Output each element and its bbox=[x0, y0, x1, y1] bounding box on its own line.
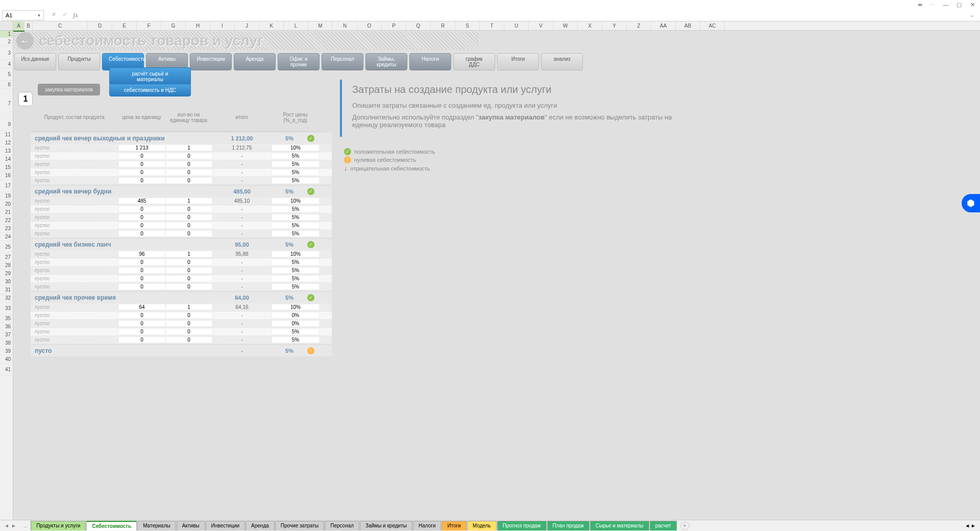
row-header-33[interactable]: 33 bbox=[0, 302, 13, 315]
row-growth[interactable]: 10% bbox=[272, 251, 320, 257]
subnav-raw-materials[interactable]: расчёт сырьё и материалы bbox=[109, 67, 191, 86]
row-qty[interactable]: 0 bbox=[165, 206, 212, 212]
row-header-16[interactable]: 16 bbox=[0, 172, 13, 180]
column-header-H[interactable]: H bbox=[186, 21, 210, 30]
sheet-tab-8[interactable]: Займы и кредиты bbox=[360, 521, 412, 530]
row-growth[interactable]: 0% bbox=[272, 320, 320, 327]
row-qty[interactable]: 1 bbox=[165, 198, 212, 204]
sheet-nav-prev-icon[interactable]: ◄ bbox=[4, 523, 9, 528]
column-header-E[interactable]: E bbox=[112, 21, 137, 30]
accept-formula-icon[interactable]: ✓ bbox=[60, 11, 68, 19]
row-header-21[interactable]: 21 bbox=[0, 208, 13, 216]
row-header-6[interactable]: 6 bbox=[0, 81, 13, 89]
row-price[interactable]: 0 bbox=[118, 177, 165, 184]
sheet-tab-6[interactable]: Прочие затраты bbox=[275, 521, 324, 530]
row-header-31[interactable]: 31 bbox=[0, 286, 13, 294]
row-name[interactable]: пусто bbox=[31, 321, 118, 326]
row-price[interactable]: 0 bbox=[118, 222, 165, 229]
row-price[interactable]: 0 bbox=[118, 161, 165, 167]
horizontal-scroll[interactable]: ◄ ► bbox=[965, 523, 980, 528]
row-header-1[interactable]: 1 bbox=[0, 31, 13, 38]
row-price[interactable]: 0 bbox=[118, 169, 165, 176]
row-price[interactable]: 0 bbox=[118, 328, 165, 335]
row-name[interactable]: пусто bbox=[31, 259, 118, 265]
row-name[interactable]: пусто bbox=[31, 268, 118, 273]
row-name[interactable]: пусто bbox=[31, 178, 118, 183]
row-header-22[interactable]: 22 bbox=[0, 216, 13, 225]
row-qty[interactable]: 0 bbox=[165, 275, 212, 282]
row-name[interactable]: пусто bbox=[31, 170, 118, 175]
row-header-37[interactable]: 37 bbox=[0, 331, 13, 339]
dropbox-badge[interactable]: ⬢ bbox=[962, 194, 980, 212]
row-price[interactable]: 96 bbox=[118, 251, 165, 257]
subnav-cost-vat[interactable]: себестоимость и НДС bbox=[109, 84, 191, 96]
column-header-L[interactable]: L bbox=[284, 21, 308, 30]
row-header-38[interactable]: 38 bbox=[0, 339, 13, 347]
row-qty[interactable]: 0 bbox=[165, 267, 212, 274]
nav-tab-11[interactable]: Итоги bbox=[497, 53, 539, 70]
sheet-tab-7[interactable]: Персонал bbox=[325, 521, 359, 530]
row-header-24[interactable]: 24 bbox=[0, 233, 13, 241]
row-price[interactable]: 0 bbox=[118, 206, 165, 212]
row-header-27[interactable]: 27 bbox=[0, 253, 13, 261]
column-header-X[interactable]: X bbox=[578, 21, 602, 30]
row-growth[interactable]: 10% bbox=[272, 144, 320, 151]
row-qty[interactable]: 0 bbox=[165, 328, 212, 335]
column-header-O[interactable]: O bbox=[357, 21, 382, 30]
row-qty[interactable]: 0 bbox=[165, 312, 212, 319]
row-header-17[interactable]: 17 bbox=[0, 180, 13, 192]
row-qty[interactable]: 1 bbox=[165, 304, 212, 310]
row-price[interactable]: 64 bbox=[118, 304, 165, 310]
row-name[interactable]: пусто bbox=[31, 312, 118, 318]
column-header-P[interactable]: P bbox=[382, 21, 406, 30]
row-growth[interactable]: 5% bbox=[272, 259, 320, 266]
column-header-N[interactable]: N bbox=[333, 21, 357, 30]
name-box[interactable]: A1 ▾ bbox=[2, 10, 44, 20]
column-header-R[interactable]: R bbox=[431, 21, 455, 30]
sheet-tab-12[interactable]: Прогноз продаж bbox=[497, 521, 547, 530]
fx-icon[interactable]: fx bbox=[71, 11, 80, 19]
row-price[interactable]: 485 bbox=[118, 198, 165, 204]
cancel-formula-icon[interactable]: ✕ bbox=[49, 11, 57, 19]
row-name[interactable]: пусто bbox=[31, 153, 118, 159]
row-growth[interactable]: 5% bbox=[272, 177, 320, 184]
column-header-F[interactable]: F bbox=[137, 21, 161, 30]
row-name[interactable]: пусто bbox=[31, 198, 118, 204]
row-qty[interactable]: 0 bbox=[165, 259, 212, 266]
sheet-canvas[interactable]: ← себестоимость товаров и услуг Исх.данн… bbox=[13, 31, 980, 520]
row-header-12[interactable]: 12 bbox=[0, 139, 13, 147]
column-header-T[interactable]: T bbox=[480, 21, 504, 30]
sheet-tab-0[interactable]: Продукты и услуги bbox=[31, 521, 86, 530]
column-header-AA[interactable]: AA bbox=[651, 21, 676, 30]
column-header-K[interactable]: K bbox=[259, 21, 284, 30]
row-qty[interactable]: 0 bbox=[165, 177, 212, 184]
nav-tab-10[interactable]: график ДДС bbox=[453, 53, 495, 70]
row-name[interactable]: пусто bbox=[31, 231, 118, 236]
row-growth[interactable]: 10% bbox=[272, 198, 320, 204]
nav-tab-4[interactable]: Инвестиции bbox=[190, 53, 232, 70]
sheet-tab-14[interactable]: Сырье и материалы bbox=[590, 521, 649, 530]
row-price[interactable]: 0 bbox=[118, 283, 165, 290]
select-all-corner[interactable] bbox=[0, 21, 13, 30]
row-growth[interactable]: 5% bbox=[272, 230, 320, 237]
sheet-nav-next-icon[interactable]: ► bbox=[11, 523, 16, 528]
sheet-tab-5[interactable]: Аренда bbox=[246, 521, 275, 530]
column-header-C[interactable]: C bbox=[33, 21, 88, 30]
row-name[interactable]: пусто bbox=[31, 329, 118, 334]
column-header-S[interactable]: S bbox=[455, 21, 480, 30]
row-header-5[interactable]: 5 bbox=[0, 68, 13, 81]
sheet-tab-9[interactable]: Налоги bbox=[413, 521, 442, 530]
row-qty[interactable]: 0 bbox=[165, 222, 212, 229]
maximize-icon[interactable]: ▢ bbox=[955, 1, 963, 8]
column-header-Z[interactable]: Z bbox=[627, 21, 651, 30]
column-header-Q[interactable]: Q bbox=[406, 21, 431, 30]
sheet-tab-2[interactable]: Материалы bbox=[137, 521, 176, 530]
nav-tab-0[interactable]: Исх.данные bbox=[14, 53, 56, 70]
row-growth[interactable]: 5% bbox=[272, 283, 320, 290]
row-header-36[interactable]: 36 bbox=[0, 323, 13, 331]
sheet-tab-11[interactable]: Модель bbox=[467, 521, 497, 530]
row-qty[interactable]: 0 bbox=[165, 336, 212, 343]
row-name[interactable]: пусто bbox=[31, 304, 118, 310]
row-growth[interactable]: 5% bbox=[272, 214, 320, 221]
column-header-Y[interactable]: Y bbox=[602, 21, 627, 30]
